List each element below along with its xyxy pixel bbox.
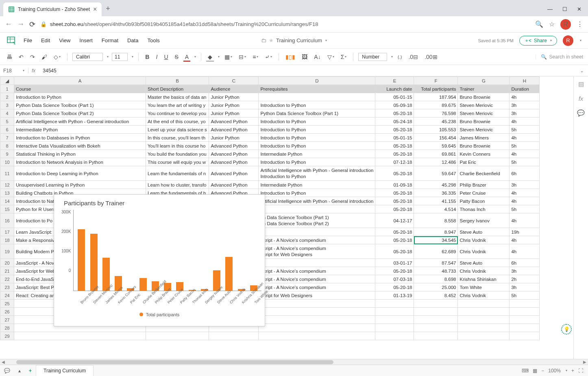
- chart-icon[interactable]: ▮▯▮: [284, 53, 297, 61]
- keyboard-icon[interactable]: ⌨: [522, 368, 529, 374]
- col-header-H[interactable]: H: [510, 77, 540, 85]
- back-button[interactable]: ←: [5, 20, 12, 28]
- reload-button[interactable]: ⟳: [29, 20, 35, 29]
- cell[interactable]: Chris Vodnik: [458, 236, 510, 244]
- chart-overlay[interactable]: Participants by Trainer 300K200K100K0 Br…: [54, 194, 265, 326]
- font-size-select[interactable]: 11: [112, 53, 128, 61]
- cell[interactable]: 3h: [510, 283, 540, 291]
- sheet-list-icon[interactable]: ▴: [14, 368, 25, 374]
- print-icon[interactable]: 🖶: [5, 53, 14, 61]
- cell[interactable]: 2h: [510, 275, 540, 283]
- cell[interactable]: Introduction to Databases in Python: [14, 134, 146, 142]
- cell[interactable]: 89.675: [414, 101, 458, 109]
- cell[interactable]: Script - A Novice's compendiumScript for…: [259, 244, 375, 259]
- cell[interactable]: [259, 324, 375, 332]
- cell[interactable]: 05-20-18: [375, 189, 414, 197]
- row-header[interactable]: 2: [0, 93, 14, 101]
- merge-button[interactable]: ⊟▾: [237, 53, 248, 61]
- cell[interactable]: 8.947: [414, 228, 458, 236]
- cell[interactable]: 5h: [510, 126, 540, 134]
- cell[interactable]: Chris Vodnik: [458, 267, 510, 275]
- browser-menu-icon[interactable]: ⋮: [577, 20, 583, 28]
- scrollbar-thumb[interactable]: [16, 360, 333, 364]
- col-header-C[interactable]: C: [209, 77, 259, 85]
- cell[interactable]: [458, 300, 510, 308]
- cell[interactable]: 05-20-18: [375, 150, 414, 158]
- cell[interactable]: [414, 308, 458, 316]
- cell[interactable]: Bruno Brownie: [458, 142, 510, 150]
- fill-color-button[interactable]: ◆: [206, 53, 214, 61]
- cell[interactable]: [510, 308, 540, 316]
- cell[interactable]: 4h: [510, 197, 540, 205]
- document-title-area[interactable]: 🗀 ★ Training Curriculum ▾: [261, 37, 327, 43]
- cell[interactable]: [414, 332, 458, 340]
- cell[interactable]: [259, 308, 375, 316]
- share-button[interactable]: ⚬< Share ▾: [519, 36, 557, 46]
- cell[interactable]: [510, 332, 540, 340]
- formula-input[interactable]: 34545: [39, 68, 576, 74]
- cell[interactable]: [259, 300, 375, 308]
- row-header[interactable]: 7: [0, 134, 14, 142]
- row-header[interactable]: 3: [0, 101, 14, 109]
- cell[interactable]: 4h: [510, 189, 540, 197]
- cell[interactable]: [14, 332, 146, 340]
- italic-button[interactable]: I: [154, 53, 159, 61]
- row-header[interactable]: 4: [0, 109, 14, 117]
- zoom-level[interactable]: 100%: [548, 368, 561, 374]
- new-tab-button[interactable]: +: [102, 1, 114, 16]
- cell[interactable]: Introduction to Python: [259, 134, 375, 142]
- add-sheet-button[interactable]: +: [25, 368, 36, 374]
- row-header[interactable]: 21: [0, 267, 14, 275]
- row-header[interactable]: 17: [0, 228, 14, 236]
- cell[interactable]: Steven Meriovic: [458, 126, 510, 134]
- cell[interactable]: Trainer: [458, 85, 510, 93]
- row-header[interactable]: 15: [0, 205, 14, 213]
- cell[interactable]: Advanced Python: [209, 181, 259, 189]
- decimal-dec-icon[interactable]: .0⊟: [407, 53, 420, 61]
- zoom-in-button[interactable]: +: [571, 368, 574, 374]
- cell[interactable]: 05-20-18: [375, 142, 414, 150]
- sort-icon[interactable]: A↓: [312, 53, 322, 61]
- cell[interactable]: 05-20-18: [375, 228, 414, 236]
- cell[interactable]: [375, 332, 414, 340]
- cell[interactable]: [259, 228, 375, 236]
- cell[interactable]: Launch date: [375, 85, 414, 93]
- cell[interactable]: Short Description: [146, 85, 209, 93]
- col-header-B[interactable]: B: [146, 77, 209, 85]
- cell[interactable]: Steven Meriovic: [458, 101, 510, 109]
- cell[interactable]: Duration: [510, 85, 540, 93]
- cell[interactable]: Tom White: [458, 283, 510, 291]
- cell[interactable]: [146, 332, 209, 340]
- cell[interactable]: 105.553: [414, 126, 458, 134]
- cell[interactable]: 05-20-18: [375, 197, 414, 205]
- font-family-select[interactable]: Calibri: [72, 53, 103, 61]
- cell[interactable]: 45.298: [414, 181, 458, 189]
- wrap-button[interactable]: ⤶▾: [263, 53, 274, 61]
- cell[interactable]: [375, 308, 414, 316]
- cell[interactable]: Thonas Inch: [458, 205, 510, 213]
- cell[interactable]: 4h: [510, 244, 540, 259]
- row-header[interactable]: 26: [0, 308, 14, 316]
- cell[interactable]: Interactive Data Visualization with Boke…: [14, 142, 146, 150]
- cell[interactable]: Bruno Brownie: [458, 93, 510, 101]
- menu-file[interactable]: File: [24, 37, 32, 43]
- row-header[interactable]: 25: [0, 300, 14, 308]
- cell[interactable]: Bruno Brownie: [458, 117, 510, 126]
- cell[interactable]: 76.598: [414, 109, 458, 117]
- cell[interactable]: Intermediate Python: [259, 150, 375, 158]
- cell[interactable]: 05-20-18: [375, 166, 414, 181]
- cell[interactable]: Advanced Python: [209, 150, 259, 158]
- url-input[interactable]: 🔒 sheet.zoho.eu/sheet/open/4hthv0b93bf50…: [40, 21, 530, 27]
- row-header[interactable]: 1: [0, 85, 14, 93]
- cell[interactable]: [458, 308, 510, 316]
- grid-view-icon[interactable]: ▦: [533, 368, 537, 374]
- chevron-down-icon[interactable]: ▾: [580, 39, 581, 42]
- cell[interactable]: Advanced Python: [209, 166, 259, 181]
- row-header[interactable]: 18: [0, 236, 14, 244]
- strikethrough-button[interactable]: S: [173, 53, 180, 61]
- cell[interactable]: 5h: [510, 142, 540, 150]
- cell[interactable]: [414, 316, 458, 324]
- cell[interactable]: This course will equip you w: [146, 158, 209, 166]
- cell[interactable]: 05-20-18: [375, 283, 414, 291]
- cell[interactable]: 36.335: [414, 189, 458, 197]
